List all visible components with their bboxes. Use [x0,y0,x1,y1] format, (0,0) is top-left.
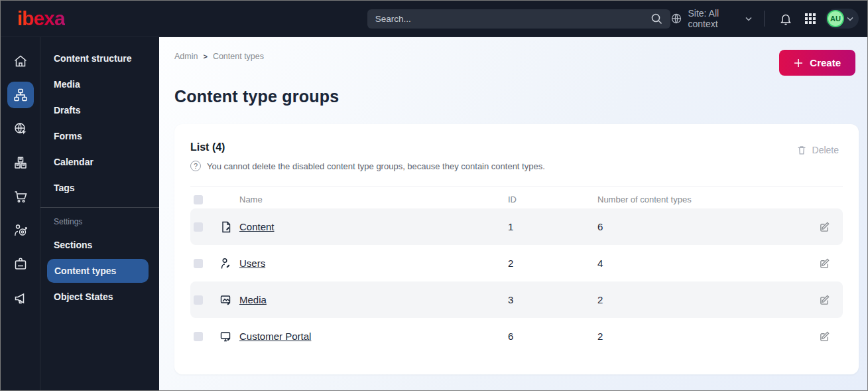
list-info-text: You cannot delete the disabled content t… [207,161,545,171]
row-checkbox[interactable] [194,222,203,232]
sidebar-item-content-types[interactable]: Content types [47,259,149,283]
column-header-name: Name [219,195,508,204]
table-row: Users 2 4 [190,245,843,281]
sidebar-item-sections[interactable]: Sections [40,233,153,257]
admin-badge-icon[interactable] [7,251,34,277]
logo-area: ibexa [1,7,151,30]
app-switcher-button[interactable] [802,10,819,27]
group-count: 4 [597,258,806,269]
notifications-button[interactable] [776,9,795,28]
chevron-down-icon [847,17,853,21]
list-info: ? You cannot delete the disabled content… [190,161,545,171]
ibexa-admin-screen: ibexa Site: All context [0,0,868,391]
globe-icon [670,13,682,25]
delete-button[interactable]: Delete [792,141,843,159]
row-checkbox[interactable] [194,259,203,268]
content-type-groups-table: Name ID Number of content types [190,186,843,354]
sidebar-item-content-structure[interactable]: Content structure [40,46,153,70]
edit-button[interactable] [814,216,835,238]
select-all-checkbox[interactable] [194,195,203,204]
commerce-cart-icon[interactable] [7,183,34,210]
sidebar-item-forms[interactable]: Forms [40,124,153,148]
settings-section-label: Settings [40,214,159,233]
global-search[interactable] [367,9,671,29]
search-icon[interactable] [651,13,662,25]
topbar: ibexa Site: All context [1,1,867,37]
sidebar-item-media[interactable]: Media [40,72,153,96]
breadcrumb-content-types: Content types [213,52,264,61]
topbar-right-cluster: Site: All context [670,8,867,29]
create-button-label: Create [810,57,841,68]
table-row: Content 1 6 [190,208,843,245]
site-context-label: Site: All context [688,8,740,29]
trash-icon [796,144,808,156]
bell-icon [779,12,792,25]
search-input[interactable] [375,14,646,24]
breadcrumb-separator: > [203,52,207,60]
group-id: 2 [508,258,597,269]
customer-portal-monitor-icon [219,330,233,343]
avatar[interactable]: AU [827,10,844,27]
edit-button[interactable] [814,289,835,311]
group-id: 1 [508,221,597,232]
table-header-row: Name ID Number of content types [190,186,843,208]
row-checkbox[interactable] [194,295,203,305]
content-structure-icon[interactable] [7,82,34,108]
column-header-id: ID [508,195,597,204]
campaigns-megaphone-icon[interactable] [7,285,34,311]
sidebar-item-tags[interactable]: Tags [40,176,153,200]
create-button[interactable]: Create [779,50,855,76]
content-type-groups-card: List (4) ? You cannot delete the disable… [174,124,859,374]
icon-rail [1,37,40,390]
personalization-target-icon[interactable] [7,217,34,244]
products-boxes-icon[interactable] [7,149,34,176]
app-body: Content structure Media Drafts Forms Cal… [1,37,867,390]
group-link[interactable]: Content [239,221,275,232]
plus-icon [794,58,803,68]
group-count: 2 [597,294,806,305]
home-icon[interactable] [7,48,34,74]
sidebar-item-calendar[interactable]: Calendar [40,150,153,174]
list-title: List (4) [190,141,545,153]
group-count: 2 [597,331,806,342]
site-context-selector[interactable]: Site: All context [670,8,752,29]
breadcrumb: Admin > Content types [174,52,264,61]
page-title: Content type groups [174,87,859,106]
table-row: Media 3 2 [190,281,843,318]
site-globe-icon[interactable] [7,116,34,142]
group-link[interactable]: Customer Portal [239,331,311,342]
edit-button[interactable] [814,326,835,347]
user-menu[interactable]: AU [826,9,859,29]
media-image-icon [219,293,233,307]
menu-rail: Content structure Media Drafts Forms Cal… [40,37,159,390]
menu-divider [40,207,159,208]
chevron-down-icon [745,17,752,21]
ibexa-logo[interactable]: ibexa [17,7,65,29]
content-file-icon [219,220,233,234]
sidebar-item-object-states[interactable]: Object States [40,285,153,309]
group-id: 6 [508,331,597,342]
group-link[interactable]: Media [239,294,267,305]
group-link[interactable]: Users [239,258,265,269]
users-person-icon [219,257,233,270]
group-count: 6 [597,221,806,232]
edit-button[interactable] [814,253,835,274]
delete-button-label: Delete [812,145,839,155]
breadcrumb-admin[interactable]: Admin [174,52,198,61]
sidebar-item-drafts[interactable]: Drafts [40,98,153,122]
grid-icon [804,13,816,25]
help-icon: ? [190,161,201,171]
table-row: Customer Portal 6 2 [190,318,843,354]
row-checkbox[interactable] [194,332,203,341]
column-header-count: Number of content types [597,195,806,204]
topbar-divider [764,11,765,27]
main-content: Admin > Content types Create Content typ… [159,37,867,390]
group-id: 3 [508,294,597,305]
